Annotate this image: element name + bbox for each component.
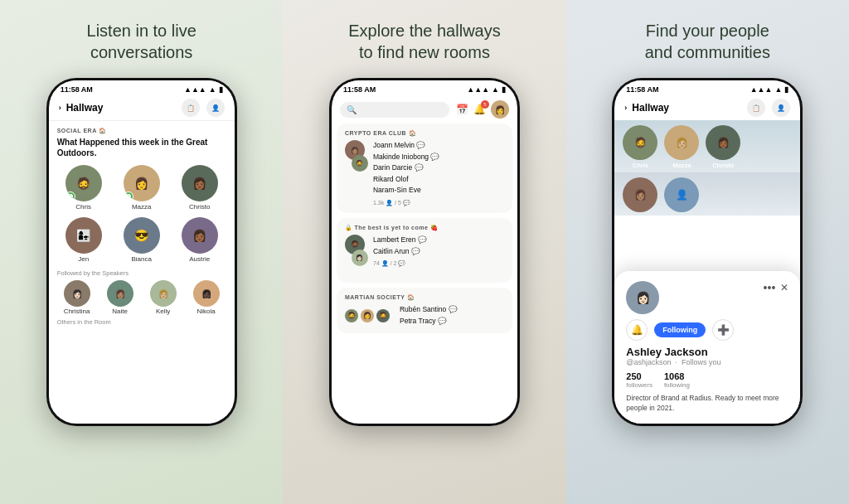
martian-av2: 👩 — [361, 309, 374, 322]
calendar-icon[interactable]: 📅 — [456, 104, 468, 115]
av-christo-3[interactable]: 👩🏾 Christo — [706, 125, 740, 169]
battery-icon-3: ▮ — [784, 85, 788, 94]
followers-count: 250 — [626, 371, 653, 381]
profile-card: 👩🏻 ••• ✕ 🔔 Following ➕ Ashley Jackson — [614, 271, 800, 424]
profile-icon-3[interactable]: 👤 — [772, 99, 790, 117]
martian-av3: 🧔 — [376, 309, 390, 322]
followers-label: followers — [626, 381, 653, 389]
av-circle-mazza-3: 👩🏼 — [664, 125, 699, 160]
avatar-chris: 🧔 — [65, 165, 102, 201]
speaker-mazza: 👩 Mazza — [115, 165, 168, 211]
av-extra2[interactable]: 👤 — [664, 177, 699, 212]
followed-naite: 👩🏽 Naite — [100, 280, 140, 315]
avatar-christo: 👩🏾 — [182, 165, 218, 201]
others-label: Others in the Room — [57, 318, 226, 326]
speaker-makinde: Makinde Iniobong 💬 — [373, 152, 504, 163]
profile-icon-2[interactable]: 👩 — [491, 100, 509, 119]
speaker-ruben: Rubén Santino 💬 — [400, 304, 504, 316]
room-card-martian[interactable]: MARTIAN SOCIETY 🏠 🧔 👩 🧔 Rubén Santino 💬 … — [337, 288, 512, 333]
add-person-button[interactable]: ➕ — [712, 319, 734, 341]
av-name-chris-3: Chris — [633, 162, 648, 169]
av-name-christo-3: Christo — [712, 162, 734, 169]
av-extra1[interactable]: 👩🏽 — [623, 177, 657, 212]
name-christo: Christo — [189, 203, 210, 211]
room-names-martian: Rubén Santino 💬 Petra Tracy 💬 — [400, 304, 504, 327]
avatar-austrie: 👩🏾 — [182, 217, 218, 254]
profile-stats: 250 followers 1068 following — [626, 371, 788, 389]
room-title-best: The best is yet to come 🍓 — [354, 225, 438, 231]
speaker-darin: Darin Darcie 💬 — [373, 162, 504, 174]
av-chris-3[interactable]: 🧔 Chris — [623, 125, 657, 169]
hallway-label-1: Hallway — [66, 102, 104, 114]
battery-icon-2: ▮ — [502, 85, 506, 94]
time-3: 11:58 AM — [626, 85, 658, 94]
following-button[interactable]: Following — [654, 322, 706, 337]
profile-name: Ashley Jackson — [626, 346, 788, 358]
wifi-icon-2: ▲ — [492, 85, 499, 94]
speaker-christo: 👩🏾 Christo — [173, 165, 226, 211]
avatar-christina: 👩🏻 — [64, 280, 90, 307]
av-mazza-3[interactable]: 👩🏼 Mazza — [664, 125, 699, 169]
speaker-bianca: 😎 Bianca — [115, 217, 168, 263]
avatars-row2-3: 👩🏽 👤 — [614, 172, 800, 216]
room-card-crypto[interactable]: CRYPTO ERA CLUB 🏠 👩🏽 🧔 Joann Melvin 💬 Ma… — [337, 124, 512, 213]
nav-hallway-1[interactable]: › Hallway — [59, 102, 104, 114]
stat-following: 1068 following — [664, 371, 690, 389]
panel-listen: Listen in to liveconversations 11:58 AM … — [0, 0, 283, 504]
speaker-chris: 🧔 Chris — [57, 165, 110, 211]
following-label: following — [664, 381, 690, 389]
followed-grid: 👩🏻 Christina 👩🏽 Naite 👩🏼 Kelly 👩🏿 Nikola — [57, 280, 226, 315]
nav-hallway-3[interactable]: › Hallway — [624, 102, 669, 114]
club-tag-1: SOCIAL ERA 🏠 — [57, 128, 226, 134]
wifi-icon-3: ▲ — [774, 85, 782, 94]
status-bar-3: 11:58 AM ▲▲▲ ▲ ▮ — [614, 80, 800, 95]
room-avatars-crypto: 👩🏽 🧔 — [345, 140, 368, 182]
speaker-caitlin: Caitlin Arun 💬 — [373, 246, 504, 258]
search-input-container[interactable]: 🔍 — [340, 102, 449, 118]
panel1-title: Listen in to liveconversations — [87, 20, 196, 63]
more-options-icon[interactable]: ••• — [764, 281, 776, 294]
avatar-bianca: 😎 — [124, 217, 160, 254]
room-speakers-best: 🧔🏾 👩🏻 Lambert Eren 💬 Caitlin Arun 💬 74 👤… — [345, 235, 504, 276]
name-mazza: Mazza — [132, 203, 152, 211]
profile-bio: Director of Brand at Radius. Ready to me… — [626, 394, 788, 414]
room-card-best[interactable]: 🔒 The best is yet to come 🍓 🧔🏾 👩🏻 Lamber… — [337, 218, 512, 283]
profile-handle: @ashjackson · Follows you — [626, 358, 788, 366]
profile-icon-1[interactable]: 👤 — [206, 99, 225, 117]
follows-you-text: Follows you — [682, 358, 721, 366]
panel-explore: Explore the hallwaysto find new rooms 11… — [283, 0, 565, 504]
speakers-grid-2: 👩‍👧 Jen 😎 Bianca 👩🏾 Austrie — [57, 217, 226, 263]
close-icon[interactable]: ✕ — [780, 282, 788, 293]
room-title-1: What Happened this week in the Great Out… — [57, 137, 226, 158]
phone-1: 11:58 AM ▲▲▲ ▲ ▮ › Hallway 📋 👤 — [46, 78, 237, 426]
avatar-nikola: 👩🏿 — [193, 280, 220, 307]
status-icons-3: ▲▲▲ ▲ ▮ — [750, 85, 789, 94]
profile-avatar-ashley[interactable]: 👩🏻 — [626, 281, 659, 314]
profile-top: 👩🏻 ••• ✕ — [626, 281, 788, 314]
panel-find-people: Find your peopleand communities 11:58 AM… — [566, 0, 849, 504]
stat-followers: 250 followers — [626, 371, 653, 389]
status-icons-2: ▲▲▲ ▲ ▮ — [467, 85, 506, 94]
phone-3: 11:58 AM ▲▲▲ ▲ ▮ › Hallway 📋 👤 — [612, 78, 803, 426]
room-header-best: 🔒 The best is yet to come 🍓 — [345, 225, 504, 231]
bell-icon[interactable]: 🔔 5 — [473, 104, 486, 115]
followed-christina: 👩🏻 Christina — [57, 280, 97, 315]
battery-icon-1: ▮ — [219, 85, 223, 94]
room-meta-crypto: 1.3k 👤 / 5 💬 — [373, 200, 504, 206]
speakers-grid-1: 🧔 Chris 👩 Mazza 👩🏾 Ch — [57, 165, 226, 211]
bell-button[interactable]: 🔔 — [626, 319, 648, 341]
notes-icon[interactable]: 📋 — [182, 99, 200, 117]
av-circle-extra2: 👤 — [664, 177, 699, 212]
followed-kelly: 👩🏼 Kelly — [143, 280, 183, 315]
wifi-icon-1: ▲ — [209, 85, 216, 94]
search-icon: 🔍 — [347, 105, 357, 114]
green-dot-mazza — [124, 191, 133, 201]
nav-icons-1: 📋 👤 — [182, 99, 225, 117]
room-av2-best: 👩🏻 — [352, 250, 368, 266]
av-circle-extra1: 👩🏽 — [623, 177, 657, 212]
following-count: 1068 — [664, 371, 690, 381]
notification-badge: 5 — [481, 100, 489, 109]
notes-icon-3[interactable]: 📋 — [747, 99, 765, 117]
martian-av1: 🧔 — [345, 309, 358, 322]
speaker-austrie: 👩🏾 Austrie — [173, 217, 226, 263]
